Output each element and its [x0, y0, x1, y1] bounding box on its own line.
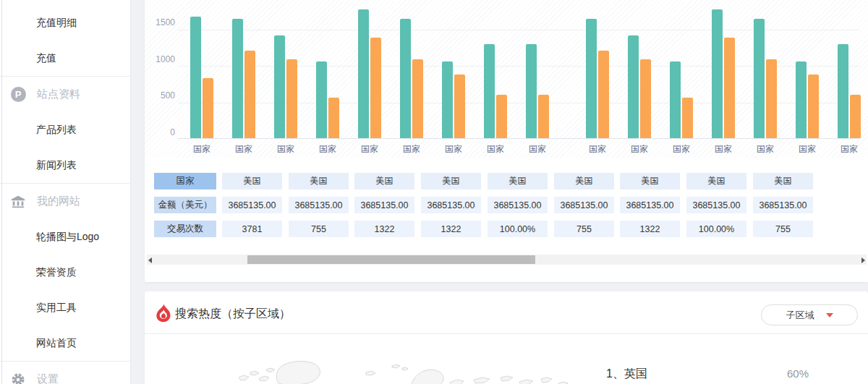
bar-teal [274, 35, 285, 138]
table-cell: 100.00% [686, 221, 746, 237]
bar-orange [203, 78, 213, 138]
x-axis-category-label: 国家 [313, 143, 342, 155]
sidebar-group-label: 设置 [37, 372, 59, 384]
bar-teal [526, 44, 537, 138]
sidebar-item[interactable]: 充值 [0, 52, 56, 65]
bar-orange [286, 59, 297, 138]
x-axis-category-label: 国家 [625, 143, 654, 155]
subregion-dropdown-label: 子区域 [786, 309, 814, 322]
bar-teal [316, 61, 327, 138]
x-axis-category-label: 国家 [229, 143, 258, 155]
sidebar-item[interactable]: 实用工具 [0, 302, 77, 315]
bar-orange [244, 51, 255, 138]
bar-orange [538, 95, 549, 138]
bar-teal [586, 19, 597, 138]
x-axis-line [178, 138, 859, 139]
search-heat-header: 搜索热度（按子区域） 子区域 [145, 291, 868, 334]
ranking-percent: 60% [787, 367, 809, 380]
sidebar-group-label: 站点资料 [37, 88, 80, 101]
flame-icon [156, 304, 171, 325]
bar-orange [454, 74, 465, 138]
bar-teal [796, 61, 807, 138]
sidebar-item[interactable]: 新闻列表 [0, 159, 77, 172]
x-axis-category-label: 国家 [667, 143, 696, 155]
ranking-label: 1、英国 [606, 367, 647, 380]
sidebar-item[interactable]: 轮播图与Logo [0, 231, 99, 244]
bar-teal [838, 44, 848, 138]
bar-teal [400, 19, 411, 138]
table-cell: 3685135.00 [222, 197, 282, 213]
x-axis-category-label: 国家 [397, 143, 426, 155]
sidebar-item[interactable]: 产品列表 [0, 124, 77, 137]
subregion-dropdown[interactable]: 子区域 [761, 304, 858, 325]
bar-orange [328, 98, 339, 138]
table-cell: 100.00% [488, 221, 548, 237]
table-cell: 3781 [222, 221, 282, 237]
table-row-header: 国家 [154, 173, 216, 189]
bar-teal [628, 35, 639, 138]
scrollbar-thumb[interactable] [247, 255, 535, 264]
x-axis-category-label: 国家 [355, 143, 384, 155]
bar-orange [808, 74, 819, 138]
gear-icon [10, 372, 26, 384]
sidebar: 充值明细充值P站点资料产品列表新闻列表我的网站轮播图与Logo荣誉资质实用工具网… [0, 0, 131, 384]
y-axis-tick-label: 1000 [149, 54, 175, 64]
table-cell: 1322 [354, 221, 414, 237]
table-cell: 1322 [421, 221, 481, 237]
y-axis-tick-label: 1500 [149, 17, 175, 27]
statistics-card: 050010001500国家国家国家国家国家国家国家国家国家国家国家国家国家国家… [145, 0, 868, 282]
x-axis-category-label: 国家 [439, 143, 468, 155]
bar-teal [442, 61, 453, 138]
horizontal-scrollbar[interactable] [147, 255, 867, 265]
table-cell: 3685135.00 [421, 197, 481, 213]
search-heat-card: 搜索热度（按子区域） 子区域 1、英国 60% [145, 291, 868, 384]
sidebar-group-label: 我的网站 [37, 195, 80, 208]
bar-teal [358, 9, 369, 138]
x-axis-category-label: 国家 [187, 143, 216, 155]
sidebar-item[interactable]: 充值明细 [0, 17, 77, 30]
sidebar-group-header[interactable]: 我的网站 [0, 184, 130, 219]
bar-orange [682, 98, 693, 138]
bar-orange [496, 95, 507, 138]
table-column-header: 美国 [554, 173, 614, 189]
x-axis-category-label: 国家 [793, 143, 822, 155]
country-bar-chart: 050010001500国家国家国家国家国家国家国家国家国家国家国家国家国家国家… [145, 0, 868, 158]
search-heat-title: 搜索热度（按子区域） [175, 307, 291, 322]
bar-teal [232, 19, 243, 138]
table-cell: 3685135.00 [554, 197, 614, 213]
table-cell: 3685135.00 [753, 197, 813, 213]
y-axis-tick-label: 500 [149, 90, 175, 101]
table-cell: 3685135.00 [686, 197, 746, 213]
sidebar-item[interactable]: 荣誉资质 [0, 266, 77, 279]
bar-orange [850, 95, 861, 138]
x-axis-category-label: 国家 [709, 143, 738, 155]
table-column-header: 美国 [620, 173, 680, 189]
sidebar-group-header[interactable]: 设置 [0, 362, 130, 384]
bar-orange [412, 59, 423, 138]
bar-teal [712, 9, 723, 138]
table-column-header: 美国 [421, 173, 481, 189]
bank-icon [10, 194, 26, 210]
bar-orange [724, 38, 735, 138]
table-column-header: 美国 [686, 173, 746, 189]
table-cell: 755 [753, 221, 813, 237]
bar-orange [370, 38, 381, 138]
x-axis-category-label: 国家 [583, 143, 612, 155]
x-axis-category-label: 国家 [481, 143, 510, 155]
world-map [224, 358, 571, 384]
table-column-header: 美国 [222, 173, 282, 189]
sidebar-group-header[interactable]: P站点资料 [0, 77, 130, 112]
scroll-right-icon[interactable] [861, 257, 865, 263]
x-axis-category-label: 国家 [523, 143, 552, 155]
x-axis-category-label: 国家 [271, 143, 300, 155]
bar-teal [484, 44, 495, 138]
scroll-left-icon[interactable] [148, 257, 152, 263]
table-column-header: 美国 [289, 173, 349, 189]
p-badge-icon: P [10, 87, 26, 103]
bar-orange [598, 51, 609, 138]
x-axis-category-label: 国家 [751, 143, 780, 155]
sidebar-item[interactable]: 网站首页 [0, 337, 77, 350]
bar-teal [190, 17, 201, 138]
table-cell: 3685135.00 [354, 197, 414, 213]
table-column-header: 美国 [488, 173, 548, 189]
